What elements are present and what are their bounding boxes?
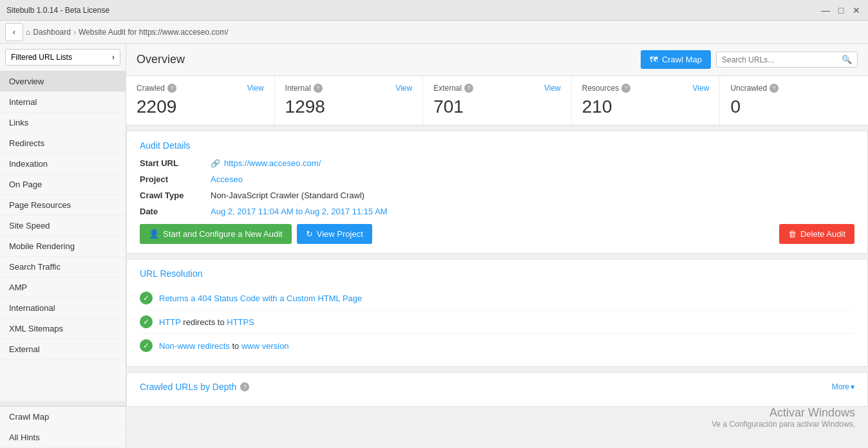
sidebar-item-site-speed[interactable]: Site Speed <box>0 216 126 236</box>
minimize-button[interactable]: — <box>820 5 831 15</box>
view-project-button[interactable]: ↻ View Project <box>297 224 372 244</box>
stat-header: Uncrawled ? <box>730 84 858 93</box>
title-bar: Sitebulb 1.0.14 - Beta License — □ ✕ <box>0 0 868 21</box>
sidebar: Filtered URL Lists › OverviewInternalLin… <box>0 44 126 448</box>
action-left: 👤 Start and Configure a New Audit ↻ View… <box>140 224 372 244</box>
stat-value: 2209 <box>137 97 264 117</box>
sidebar-item-all-hints[interactable]: All Hints <box>0 427 126 448</box>
stat-card-resources: Resources ? View 210 <box>572 76 721 125</box>
info-icon[interactable]: ? <box>621 84 630 93</box>
close-button[interactable]: ✕ <box>851 5 862 15</box>
nav-bar: ‹ ⌂ Dashboard › Website Audit for https:… <box>0 21 868 44</box>
stat-label: External ? <box>433 84 473 93</box>
content-area: Overview 🗺 Crawl Map 🔍 Crawled ? View <box>126 44 868 448</box>
resolution-item-1: ✓ Returns a 404 Status Code with a Custo… <box>140 286 854 310</box>
crawl-map-button[interactable]: 🗺 Crawl Map <box>641 50 711 69</box>
start-url-value: 🔗 https://www.acceseo.com/ <box>211 158 321 168</box>
date-value: Aug 2, 2017 11:04 AM to Aug 2, 2017 11:1… <box>211 207 388 216</box>
sidebar-item-mobile-rendering[interactable]: Mobile Rendering <box>0 236 126 257</box>
project-link[interactable]: Acceseo <box>211 174 243 184</box>
filtered-url-label: Filtered URL Lists <box>11 53 72 62</box>
crawl-type-label: Crawl Type <box>140 191 211 200</box>
project-value: Acceseo <box>211 174 243 184</box>
audit-details-card: Audit Details Start URL 🔗 https://www.ac… <box>126 131 868 254</box>
page-title: Overview <box>137 53 185 66</box>
sidebar-nav: OverviewInternalLinksRedirectsIndexation… <box>0 71 126 401</box>
start-url-label: Start URL <box>140 158 211 168</box>
resolution-link-2b[interactable]: HTTPS <box>227 317 254 327</box>
depth-title-text: Crawled URLs by Depth <box>140 382 236 392</box>
project-row: Project Acceseo <box>140 174 854 184</box>
sidebar-item-international[interactable]: International <box>0 298 126 319</box>
resolution-link-1[interactable]: Returns a 404 Status Code with a Custom … <box>159 294 362 303</box>
resolution-link-3a[interactable]: Non-www redirects <box>159 341 230 351</box>
sidebar-item-search-traffic[interactable]: Search Traffic <box>0 257 126 277</box>
sidebar-item-amp[interactable]: AMP <box>0 277 126 298</box>
sidebar-item-external[interactable]: External <box>0 339 126 360</box>
sidebar-item-internal[interactable]: Internal <box>0 92 126 113</box>
check-icon-2: ✓ <box>140 315 153 328</box>
check-icon-1: ✓ <box>140 292 153 304</box>
search-bar: 🔍 <box>716 51 858 68</box>
stats-row: Crawled ? View 2209 Internal ? View 1298… <box>126 76 868 126</box>
back-icon: ‹ <box>13 27 15 37</box>
resolution-link-2a[interactable]: HTTP <box>159 317 181 327</box>
search-input[interactable] <box>722 55 842 64</box>
depth-info-icon[interactable]: ? <box>240 382 249 391</box>
breadcrumb: ⌂ Dashboard › Website Audit for https://… <box>26 28 229 37</box>
window-controls: — □ ✕ <box>820 5 862 15</box>
stat-label: Crawled ? <box>137 84 176 93</box>
stat-label: Uncrawled ? <box>730 84 778 93</box>
start-url-link[interactable]: https://www.acceseo.com/ <box>224 158 321 168</box>
info-icon[interactable]: ? <box>167 84 176 93</box>
filtered-url-button[interactable]: Filtered URL Lists › <box>5 49 120 66</box>
stat-value: 701 <box>433 97 561 117</box>
back-button[interactable]: ‹ <box>5 23 23 41</box>
sidebar-item-page-resources[interactable]: Page Resources <box>0 195 126 216</box>
refresh-icon: ↻ <box>306 229 313 239</box>
stat-view-link[interactable]: View <box>544 84 561 93</box>
stat-card-crawled: Crawled ? View 2209 <box>126 76 275 125</box>
sidebar-item-xml-sitemaps[interactable]: XML Sitemaps <box>0 319 126 339</box>
url-resolution-title: URL Resolution <box>140 268 854 279</box>
sidebar-divider <box>0 401 126 406</box>
crawl-map-label: Crawl Map <box>662 55 702 64</box>
stat-view-link[interactable]: View <box>395 84 412 93</box>
sidebar-bottom: Crawl MapAll Hints <box>0 406 126 448</box>
breadcrumb-separator: › <box>73 28 76 37</box>
sidebar-item-on-page[interactable]: On Page <box>0 174 126 195</box>
sidebar-item-crawl-map[interactable]: Crawl Map <box>0 407 126 427</box>
search-icon: 🔍 <box>842 55 852 64</box>
sidebar-item-indexation[interactable]: Indexation <box>0 154 126 174</box>
start-audit-label: Start and Configure a New Audit <box>163 229 283 239</box>
app-title: Sitebulb 1.0.14 - Beta License <box>6 6 109 15</box>
info-icon[interactable]: ? <box>769 84 778 93</box>
action-row: 👤 Start and Configure a New Audit ↻ View… <box>140 224 854 244</box>
date-label: Date <box>140 207 211 216</box>
view-project-label: View Project <box>317 229 363 239</box>
map-icon: 🗺 <box>650 55 658 64</box>
sidebar-item-links[interactable]: Links <box>0 113 126 133</box>
sidebar-item-redirects[interactable]: Redirects <box>0 133 126 154</box>
resolution-item-2: ✓ HTTP redirects to HTTPS <box>140 310 854 334</box>
more-button[interactable]: More ▾ <box>832 382 854 391</box>
resolution-link-3b[interactable]: www version <box>241 341 289 351</box>
sidebar-item-overview[interactable]: Overview <box>0 71 126 92</box>
url-resolution-card: URL Resolution ✓ Returns a 404 Status Co… <box>126 259 868 367</box>
dashboard-link[interactable]: ⌂ Dashboard <box>26 28 71 37</box>
stat-view-link[interactable]: View <box>247 84 264 93</box>
delete-audit-label: Delete Audit <box>800 229 845 239</box>
stat-header: Internal ? View <box>285 84 413 93</box>
audit-details-title: Audit Details <box>140 140 854 151</box>
depth-title: Crawled URLs by Depth ? <box>140 382 249 392</box>
maximize-button[interactable]: □ <box>836 5 846 15</box>
info-icon[interactable]: ? <box>314 84 323 93</box>
header-right: 🗺 Crawl Map 🔍 <box>641 50 858 69</box>
crawl-type-value: Non-JavaScript Crawler (Standard Crawl) <box>211 191 364 200</box>
delete-audit-button[interactable]: 🗑 Delete Audit <box>779 224 854 244</box>
stat-header: External ? View <box>433 84 561 93</box>
start-audit-button[interactable]: 👤 Start and Configure a New Audit <box>140 224 292 244</box>
main-layout: Filtered URL Lists › OverviewInternalLin… <box>0 44 868 448</box>
stat-view-link[interactable]: View <box>693 84 710 93</box>
info-icon[interactable]: ? <box>464 84 473 93</box>
